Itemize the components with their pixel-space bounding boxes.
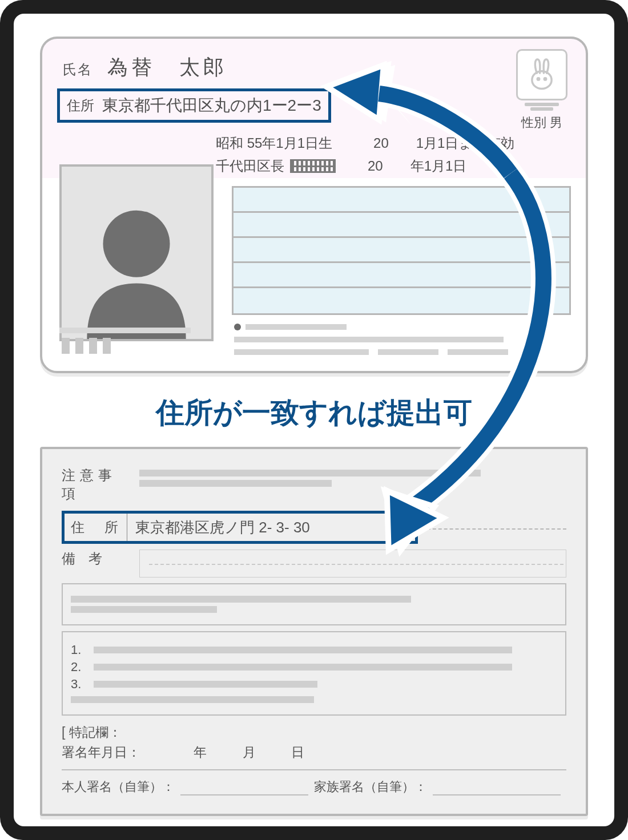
id-footer-strip [59,307,571,358]
form-notice-label: 注意事項 [62,466,130,503]
ic-chip-icon [516,49,567,100]
svg-point-2 [544,78,546,80]
id-address-label: 住所 [67,96,94,115]
svg-point-3 [103,211,170,277]
id-gender-label: 性別 [521,115,546,130]
svg-point-1 [537,78,539,80]
id-issuer-prefix: 千代田区長 [216,155,284,177]
id-info-rows: 昭和 55年1月1日生 20 1月1日まで有効 千代田区長 20 年1月1日 [216,132,572,177]
form-address-label: 住 所 [65,514,127,541]
id-memo-lines [232,186,571,315]
id-card: 氏名 為替 太郎 住所 東京都千代田区丸の内1ー2ー3 [40,37,588,373]
form-box-list: 1. 2. 3. [62,631,566,716]
bunny-icon [527,56,557,93]
barcode-icon [62,338,111,354]
id-gender: 性別 男 [510,114,573,131]
dashed-line [421,528,566,530]
id-address-highlight: 住所 東京都千代田区丸の内1ー2ー3 [57,88,331,123]
form-family-sign-label: 家族署名（自筆）： [314,778,427,795]
sign-month-suffix: 月 [243,745,256,760]
id-name-label: 氏名 [63,62,92,77]
sign-day-suffix: 日 [291,745,304,760]
diagram-frame: 氏名 為替 太郎 住所 東京都千代田区丸の内1ー2ー3 [0,0,628,840]
form-self-sign-label: 本人署名（自筆）： [62,778,175,795]
svg-point-0 [532,71,551,89]
id-birth: 昭和 55年1月1日生 [216,132,332,155]
form-card: 注意事項 住 所 東京都港区虎ノ門 2- 3- 30 備 考 [40,447,588,816]
sign-year-suffix: 年 [194,745,207,760]
chip-bar [525,103,559,106]
id-issue-date: 20 年1月1日 [368,155,466,177]
id-address-value: 東京都千代田区丸の内1ー2ー3 [102,95,321,116]
form-special-label: [ 特記欄： [62,724,566,741]
id-name-row: 氏名 為替 太郎 [63,54,572,82]
id-gender-value: 男 [550,115,562,130]
list-num-3: 3. [71,677,88,692]
form-remarks-label: 備 考 [62,550,130,568]
ic-chip-area: 性別 男 [510,49,573,131]
id-valid-until: 20 1月1日まで有効 [373,132,514,155]
form-address-highlight: 住 所 東京都港区虎ノ門 2- 3- 30 [62,511,418,544]
issuer-stamp-icon [290,159,336,173]
form-address-value: 東京都港区虎ノ門 2- 3- 30 [127,514,415,541]
form-sign-date-label: 署名年月日： [62,745,140,760]
form-box-1 [62,583,566,625]
match-caption: 住所が一致すれば提出可 [31,394,597,432]
diagram-canvas: 氏名 為替 太郎 住所 東京都千代田区丸の内1ー2ー3 [14,14,614,826]
list-num-2: 2. [71,660,88,675]
list-num-1: 1. [71,643,88,657]
id-name-value: 為替 太郎 [107,55,227,79]
chip-bar [530,107,553,111]
